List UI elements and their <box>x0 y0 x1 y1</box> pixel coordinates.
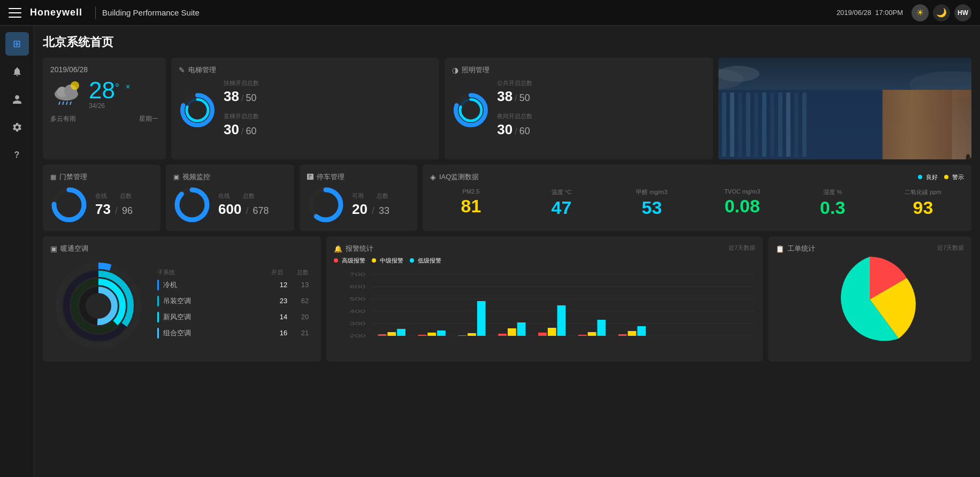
svg-rect-83 <box>578 335 587 336</box>
sidebar: ⊞ ? <box>0 26 34 477</box>
access-stats: 在线 总数 73 / 96 <box>95 192 133 218</box>
page-title: 北京系统首页 <box>43 34 971 50</box>
hvac-inner: 子系统 开启 总数 冷机 12 13 吊装空调 <box>50 258 313 354</box>
access-title: ▦ 门禁管理 <box>50 172 153 182</box>
svg-line-7 <box>70 102 71 105</box>
svg-rect-88 <box>637 326 646 336</box>
elevator-stats: 扶梯开启 总数 38 / 50 直梯开启 <box>224 79 259 141</box>
svg-rect-27 <box>738 93 742 157</box>
hvac-bar-1 <box>157 296 159 306</box>
iaq-card: ◈ IAQ监测数据 良好 警示 <box>423 165 971 231</box>
topnav: Honeywell Building Performance Suite 201… <box>0 0 980 26</box>
svg-rect-36 <box>882 90 971 159</box>
topnav-right: 2019/06/28 17:00PM ☀ 🌙 HW <box>837 4 971 21</box>
iaq-legend: 良好 警示 <box>918 173 964 181</box>
svg-rect-30 <box>762 93 766 157</box>
sidebar-item-grid[interactable]: ⊞ <box>5 32 29 56</box>
legend-good: 良好 <box>918 173 938 181</box>
parking-icon: 🅿 <box>307 173 313 181</box>
lighting-icon: ◑ <box>452 66 458 74</box>
legend-good-dot <box>918 175 922 179</box>
svg-rect-72 <box>427 333 436 336</box>
svg-rect-81 <box>548 328 556 336</box>
elev-stat-1: 扶梯开启 总数 38 / 50 <box>224 79 259 105</box>
user-avatar[interactable]: HW <box>954 4 971 21</box>
svg-rect-76 <box>477 301 486 336</box>
svg-rect-29 <box>754 93 758 157</box>
legend-high-dot <box>334 258 338 263</box>
workorder-chart-area <box>776 257 964 342</box>
weather-desc: 多云有雨 星期一 <box>50 114 158 124</box>
svg-rect-73 <box>437 330 446 336</box>
svg-rect-86 <box>618 334 627 336</box>
date-display: 2019/06/28 17:00PM <box>837 9 903 17</box>
lighting-card: ◑ 照明管理 公共 <box>445 58 713 159</box>
moon-icon[interactable]: 🌙 <box>933 4 950 21</box>
alarm-icon: 🔔 <box>334 245 342 253</box>
svg-rect-75 <box>468 333 476 336</box>
svg-rect-26 <box>730 93 734 157</box>
svg-rect-28 <box>746 93 750 157</box>
workorder-icon: 📋 <box>776 245 784 253</box>
svg-text:600: 600 <box>350 284 366 289</box>
iaq-formaldehyde: 甲醛 mg/m3 53 <box>611 188 693 217</box>
hvac-title: ▣ 暖通空调 <box>50 244 313 253</box>
iaq-pm25: PM2.5 81 <box>430 188 512 217</box>
alarm-period: 近7天数据 <box>729 244 755 253</box>
menu-icon[interactable] <box>9 6 21 19</box>
iaq-temp: 温度 °C 47 <box>520 188 602 217</box>
cctv-stats: 在线 总数 600 / 678 <box>218 192 269 218</box>
row-3: ▣ 暖通空调 <box>43 236 971 361</box>
cctv-donut <box>173 186 211 224</box>
lighting-donut-area: 公共开启 总数 38 / 50 夜间开启 <box>452 79 705 141</box>
parking-card: 🅿 停车管理 可用 总数 <box>300 165 417 231</box>
svg-text:300: 300 <box>350 321 366 326</box>
hvac-bar-2 <box>157 312 159 322</box>
iaq-title: ◈ IAQ监测数据 <box>430 172 479 182</box>
sidebar-item-bell[interactable] <box>5 60 29 83</box>
iaq-tvoc: TVOC mg/m3 0.08 <box>701 188 783 217</box>
hvac-row-0: 冷机 12 13 <box>157 280 313 290</box>
svg-rect-87 <box>628 331 637 336</box>
weather-temp: 28 <box>89 79 115 102</box>
parking-donut-area: 可用 总数 20 / 33 <box>307 186 410 224</box>
sidebar-item-settings[interactable] <box>5 116 29 139</box>
row-1: 2019/06/28 <box>43 58 971 159</box>
svg-rect-78 <box>508 328 516 336</box>
svg-line-5 <box>63 102 64 105</box>
svg-rect-77 <box>498 334 507 336</box>
light-stat-1: 公共开启 总数 38 / 50 <box>497 79 532 105</box>
sun-icon[interactable]: ☀ <box>912 4 929 21</box>
svg-rect-70 <box>397 329 405 336</box>
hvac-row-2: 新风空调 14 20 <box>157 312 313 322</box>
lighting-stats: 公共开启 总数 38 / 50 夜间开启 <box>497 79 532 141</box>
alarm-legend: 高级报警 中级报警 低级报警 <box>334 257 755 265</box>
cctv-icon: ▣ <box>173 173 179 181</box>
svg-point-44 <box>177 190 207 220</box>
iaq-humidity: 湿度 % 0.3 <box>792 188 874 217</box>
iaq-icon: ◈ <box>430 173 436 181</box>
svg-rect-82 <box>557 305 566 336</box>
sidebar-item-help[interactable]: ? <box>5 143 29 167</box>
parking-title: 🅿 停车管理 <box>307 172 410 182</box>
hvac-icon: ▣ <box>50 244 57 253</box>
access-icon: ▦ <box>50 173 56 181</box>
light-stat-2: 夜间开启 总数 30 / 60 <box>497 112 532 138</box>
sidebar-item-user[interactable] <box>5 88 29 111</box>
svg-text:700: 700 <box>350 272 366 277</box>
cctv-title: ▣ 视频监控 <box>173 172 287 182</box>
svg-rect-34 <box>794 93 798 157</box>
weather-date: 2019/06/28 <box>50 65 158 74</box>
svg-line-4 <box>59 102 60 105</box>
alarm-header: 🔔 报警统计 近7天数据 <box>334 244 755 253</box>
content-area: 北京系统首页 2019/06/28 <box>34 26 980 477</box>
elevator-donut-area: 扶梯开启 总数 38 / 50 直梯开启 <box>179 79 432 141</box>
hvac-bar-0 <box>157 280 159 290</box>
lighting-title: ◑ 照明管理 <box>452 65 705 75</box>
access-donut-area: 在线 总数 73 / 96 <box>50 186 153 224</box>
lighting-donut <box>452 91 489 129</box>
parking-donut <box>307 186 344 224</box>
iaq-header: ◈ IAQ监测数据 良好 警示 <box>430 172 964 182</box>
weather-temp-area: 28 ° 34/26 <box>89 79 119 110</box>
elev-stat-2: 直梯开启 总数 30 / 60 <box>224 112 259 138</box>
